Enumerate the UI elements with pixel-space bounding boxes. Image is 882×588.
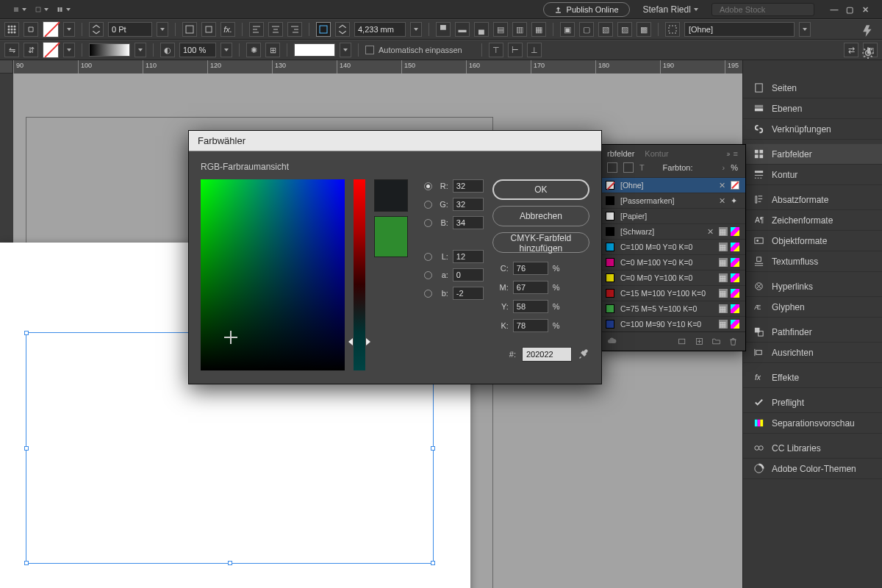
flip-h-icon[interactable]: ⇋ (4, 43, 19, 57)
resize-handle-bl[interactable] (24, 561, 29, 565)
panel-kontur[interactable]: Kontur (743, 165, 882, 185)
input-r[interactable] (453, 179, 484, 193)
panel-verknüpfungen[interactable]: Verknüpfungen (743, 119, 882, 140)
blank-dropdown[interactable] (340, 43, 351, 57)
resize-handle-mr[interactable] (431, 446, 435, 451)
resize-handle-tl[interactable] (24, 331, 29, 335)
align-left-icon[interactable] (249, 22, 264, 37)
wrap-1-icon[interactable]: ▣ (560, 22, 575, 37)
stroke-stepper[interactable] (89, 22, 104, 37)
close-button[interactable]: ✕ (858, 5, 872, 15)
swatch-item[interactable]: [Passermarken]✕✦ (600, 193, 745, 208)
object-style-dropdown[interactable] (799, 22, 811, 37)
flash-icon[interactable] (861, 24, 875, 37)
swatches-tab[interactable]: rbfelder (607, 149, 634, 158)
frame-fitting-active-icon[interactable] (316, 22, 331, 37)
ruler-origin[interactable] (0, 60, 13, 74)
misc2-icon[interactable]: ⊞ (265, 43, 280, 57)
object-style-picker[interactable]: [Ohne] (684, 22, 795, 37)
swatch-item[interactable]: C=0 M=100 Y=0 K=0▦ (600, 254, 745, 270)
view-menu[interactable] (57, 7, 71, 12)
horizontal-ruler[interactable]: 90100110120130140150160170180190195 (13, 60, 742, 74)
panel-zeichenformate[interactable]: A¶Zeichenformate (743, 210, 882, 231)
hue-handle-left[interactable] (348, 338, 353, 345)
dist-v3-icon[interactable]: ▦ (531, 22, 546, 37)
stroke-swatch-none[interactable] (43, 42, 59, 58)
container-toggle[interactable] (623, 162, 634, 173)
corner-options-icon[interactable] (182, 22, 197, 37)
wrap-5-icon[interactable]: ▩ (637, 22, 651, 37)
wrap-4-icon[interactable]: ▨ (617, 22, 632, 37)
radio-b[interactable] (424, 219, 432, 227)
effects-fx-icon[interactable]: fx. (220, 22, 235, 37)
constrain-icon[interactable] (24, 22, 38, 37)
hue-slider[interactable] (354, 179, 365, 370)
misc1-icon[interactable]: ✺ (246, 43, 261, 57)
bridge-dropdown[interactable] (13, 7, 26, 12)
panel-ebenen[interactable]: Ebenen (743, 98, 882, 119)
stroke-weight-input[interactable] (108, 22, 152, 37)
stock-search[interactable] (711, 3, 814, 16)
input-g[interactable] (453, 198, 484, 211)
ok-button[interactable]: OK (492, 179, 589, 200)
corner-same-icon[interactable] (201, 22, 216, 37)
panel-effekte[interactable]: fxEffekte (743, 368, 882, 388)
blank-swatch[interactable] (294, 43, 335, 57)
panel-farbfelder[interactable]: Farbfelder (743, 144, 882, 165)
panel-seiten[interactable]: Seiten (743, 78, 882, 98)
radio-r[interactable] (424, 182, 432, 190)
fill-swatch-none[interactable] (43, 21, 59, 37)
new-group-icon[interactable] (678, 337, 687, 346)
cloud-icon[interactable] (607, 337, 617, 346)
wrap-3-icon[interactable]: ▧ (598, 22, 613, 37)
align-center-icon[interactable] (268, 22, 283, 37)
swatch-item[interactable]: [Ohne]✕ (600, 177, 745, 193)
ref-point-icon[interactable] (4, 22, 19, 37)
align-right-icon[interactable] (287, 22, 302, 37)
panel-textumfluss[interactable]: Textumfluss (743, 251, 882, 272)
frame-size-input[interactable] (354, 22, 406, 37)
valign1-icon[interactable]: ⊤ (489, 43, 503, 57)
panel-glyphen[interactable]: ÆGlyphen (743, 297, 882, 318)
minimize-button[interactable]: — (828, 5, 841, 14)
swatch-item[interactable]: C=100 M=0 Y=0 K=0▦ (600, 239, 745, 254)
new-color-preview[interactable] (374, 216, 408, 257)
swatch-item[interactable]: [Papier] (600, 208, 745, 223)
color-field-cursor[interactable] (224, 331, 237, 344)
hue-handle-right[interactable] (366, 338, 370, 345)
zoom-input[interactable] (179, 43, 216, 57)
stroke-weight-dropdown[interactable] (157, 22, 168, 37)
fill-dropdown[interactable] (63, 22, 75, 37)
add-cmyk-swatch-button[interactable]: CMYK-Farbfeld hinzufügen (492, 232, 589, 253)
cancel-button[interactable]: Abbrechen (492, 206, 589, 226)
transform-icon[interactable] (665, 22, 680, 37)
radio-l[interactable] (424, 253, 432, 261)
dialog-titlebar[interactable]: Farbwähler (189, 131, 601, 151)
input-m[interactable] (513, 281, 548, 294)
new-folder-icon[interactable] (711, 337, 721, 346)
input-c[interactable] (513, 262, 548, 275)
stroke-tab[interactable]: Kontur (645, 149, 668, 158)
panel-ausrichten[interactable]: Ausrichten (743, 343, 882, 363)
publish-online-button[interactable]: Publish Online (543, 2, 630, 17)
resize-handle-bm[interactable] (228, 561, 232, 565)
vert-align-top-icon[interactable]: ▀ (436, 22, 451, 37)
panel-preflight[interactable]: Preflight (743, 392, 882, 413)
autofit-checkbox[interactable] (365, 46, 374, 54)
opacity-icon[interactable]: ◐ (160, 43, 175, 57)
panel-menu-icon[interactable]: ≡ (734, 149, 738, 158)
radio-g[interactable] (424, 201, 432, 209)
collapse-icon[interactable]: ›› (726, 149, 728, 158)
panel-cc libraries[interactable]: CC Libraries (743, 438, 882, 459)
maximize-button[interactable]: ▢ (843, 5, 856, 15)
text-toggle-icon[interactable]: T (639, 163, 645, 172)
input-l[interactable] (453, 250, 484, 263)
input-lab-b[interactable] (453, 287, 484, 300)
input-b[interactable] (453, 216, 484, 229)
gear-icon[interactable] (861, 46, 875, 60)
stroke-dropdown[interactable] (63, 43, 75, 57)
panel-objektformate[interactable]: Objektformate (743, 231, 882, 251)
swap-colors-icon[interactable]: ⇄ (844, 43, 858, 57)
account-dropdown[interactable]: Stefan Riedl (643, 4, 698, 15)
wrap-2-icon[interactable]: ▢ (579, 22, 594, 37)
